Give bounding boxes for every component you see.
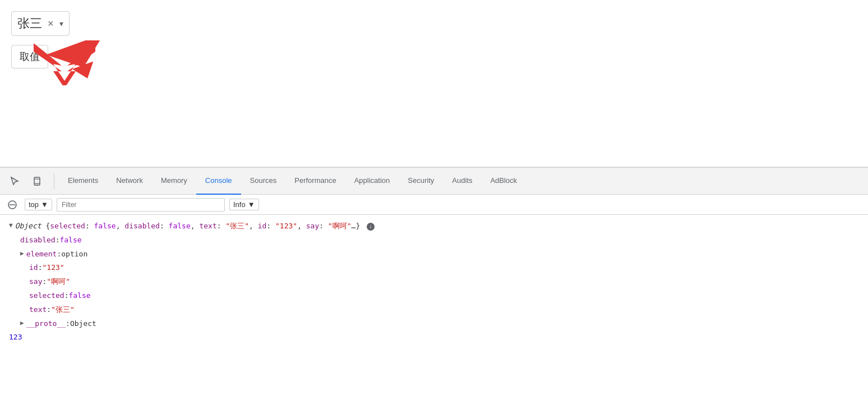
devtools-tab-bar: Elements Network Memory Console Sources …	[0, 168, 868, 195]
console-proto-line: __proto__: Object	[9, 317, 859, 331]
devtools-panel: Elements Network Memory Console Sources …	[0, 167, 868, 404]
expand-element-arrow[interactable]	[20, 249, 24, 259]
console-number-line: 123	[9, 330, 859, 345]
tab-application[interactable]: Application	[345, 168, 399, 195]
tab-console[interactable]: Console	[196, 168, 241, 195]
tab-network[interactable]: Network	[107, 168, 152, 195]
tab-adblock[interactable]: AdBlock	[481, 168, 526, 195]
select-clear-button[interactable]: ×	[48, 18, 54, 30]
console-say-line: say: "啊呵"	[9, 275, 859, 289]
svg-point-5	[36, 184, 38, 185]
console-object-line: Object {selected: false, disabled: false…	[9, 219, 859, 233]
expand-proto-arrow[interactable]	[20, 318, 24, 328]
tab-performance[interactable]: Performance	[285, 168, 345, 195]
console-output: Object {selected: false, disabled: false…	[0, 215, 868, 404]
console-element-line: element: option	[9, 247, 859, 261]
tab-audits[interactable]: Audits	[443, 168, 481, 195]
context-selector[interactable]: top ▼	[25, 199, 52, 210]
object-info-icon[interactable]: i	[367, 223, 375, 231]
device-toggle-icon[interactable]	[27, 171, 47, 191]
tab-separator	[54, 173, 54, 189]
tab-memory[interactable]: Memory	[152, 168, 196, 195]
select-widget[interactable]: 张三 × ▾	[11, 11, 70, 36]
clear-console-button[interactable]	[4, 197, 20, 213]
page-content: 张三 × ▾ 取值	[0, 0, 868, 167]
console-selected-line: selected: false	[9, 289, 859, 303]
tab-security[interactable]: Security	[399, 168, 443, 195]
console-disabled-line: disabled: false	[9, 233, 859, 247]
console-toolbar: top ▼ Info ▼	[0, 195, 868, 215]
select-value: 张三	[17, 15, 42, 32]
console-id-line: id: "123"	[9, 261, 859, 275]
arrow-annotation	[34, 40, 112, 85]
console-text-line: text: "张三"	[9, 303, 859, 317]
log-level-selector[interactable]: Info ▼	[229, 199, 259, 210]
expand-object-arrow[interactable]	[9, 221, 13, 231]
select-dropdown-arrow[interactable]: ▾	[59, 19, 63, 28]
console-filter-input[interactable]	[57, 198, 225, 212]
inspect-element-icon[interactable]	[4, 171, 25, 191]
tab-elements[interactable]: Elements	[59, 168, 107, 195]
tab-sources[interactable]: Sources	[241, 168, 286, 195]
svg-rect-2	[34, 177, 40, 185]
